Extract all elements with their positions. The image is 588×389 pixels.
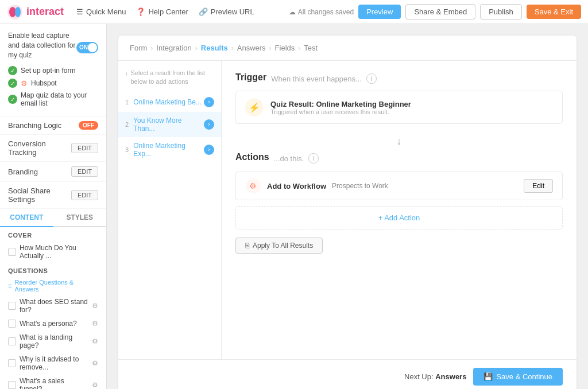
save-icon: 💾 — [483, 372, 493, 381]
result-name-2: Online Marketing Exp... — [133, 142, 202, 158]
toggle-off-label: OFF — [83, 122, 94, 129]
trigger-subtitle: When this event happens... — [271, 75, 362, 83]
result-expand-2[interactable]: › — [204, 145, 214, 155]
tab-content[interactable]: CONTENT — [0, 209, 53, 227]
social-share-row: Social Share Settings EDIT — [0, 182, 106, 209]
save-exit-button[interactable]: Save & Exit — [527, 5, 581, 19]
lead-capture-text: Enable lead capture and data collection … — [8, 31, 76, 60]
save-continue-btn[interactable]: 💾 Save & Continue — [473, 368, 563, 386]
actions-info-icon[interactable]: i — [308, 153, 319, 164]
logo-icon — [7, 4, 23, 20]
conversion-tracking-edit[interactable]: EDIT — [71, 143, 98, 153]
share-embed-button[interactable]: Share & Embed — [405, 4, 475, 20]
result-expand-1[interactable]: › — [204, 119, 214, 130]
result-name-0: Online Marketing Be... — [133, 98, 202, 106]
down-arrow-icon: ↓ — [125, 69, 129, 77]
question-item-3[interactable]: Why is it advised to remove... ⚙ — [0, 352, 106, 374]
tab-form[interactable]: Form — [130, 44, 147, 52]
checklist-item-optin: Set up opt-in form — [8, 64, 98, 77]
q-icon-2 — [8, 337, 16, 345]
preview-url-nav[interactable]: 🔗 Preview URL — [199, 7, 254, 16]
nav-right: ☁ All changes saved Preview Share & Embe… — [289, 4, 581, 20]
result-item-0[interactable]: 1 Online Marketing Be... › — [118, 92, 221, 112]
publish-button[interactable]: Publish — [480, 4, 522, 20]
actions-title: Actions — [235, 152, 269, 162]
tab-test[interactable]: Test — [304, 44, 318, 52]
action-item-0: ⚙ Add to Workflow Prospects to Work Edit — [235, 172, 563, 200]
svg-point-2 — [15, 7, 21, 17]
result-item-2[interactable]: 3 Online Marketing Exp... › — [118, 137, 221, 162]
trigger-label: Quiz Result: Online Marketing Beginner — [270, 100, 411, 108]
q-icon-4 — [8, 381, 16, 389]
tab-answers[interactable]: Answers — [237, 44, 266, 52]
actions-subtitle: ...do this. — [274, 154, 304, 163]
gear-icon-1[interactable]: ⚙ — [92, 320, 98, 328]
result-num-0: 1 — [125, 99, 129, 106]
question-item-1[interactable]: What's a persona? ⚙ — [0, 317, 106, 330]
saved-status: ☁ All changes saved — [289, 8, 354, 16]
nav-items: ☰ Quick Menu ❓ Help Center 🔗 Preview URL — [76, 7, 282, 16]
help-center-nav[interactable]: ❓ Help Center — [136, 7, 188, 16]
copy-icon: ⎘ — [245, 242, 249, 250]
cover-item[interactable]: How Much Do You Actually ... — [0, 241, 106, 263]
lead-capture-toggle[interactable]: ON — [76, 42, 98, 53]
svg-text:⚙: ⚙ — [249, 181, 257, 190]
down-arrow-divider: ↓ — [235, 135, 563, 147]
actions-title-row: Actions ...do this. i — [235, 152, 563, 165]
actions-panel: Trigger When this event happens... i ⚡ Q… — [222, 61, 577, 359]
logo: interact — [7, 4, 64, 20]
checklist-item-hubspot: ⚙ Hubspot — [8, 77, 98, 90]
quick-menu-nav[interactable]: ☰ Quick Menu — [76, 7, 126, 16]
add-action-row[interactable]: + Add Action — [235, 206, 563, 229]
arrow-4: › — [269, 44, 272, 52]
main-card: Form › Integration › Results › Answers ›… — [118, 36, 577, 389]
apply-all-btn[interactable]: ⎘ Apply To All Results — [235, 238, 323, 254]
reorder-row[interactable]: ≡ Reorder Questions & Answers — [0, 277, 106, 295]
sidebar: Enable lead capture and data collection … — [0, 24, 107, 389]
logo-text: interact — [26, 6, 64, 18]
sidebar-tabs: CONTENT STYLES — [0, 209, 106, 227]
tab-integration[interactable]: Integration — [156, 44, 191, 52]
q-icon-1 — [8, 320, 16, 328]
tab-fields[interactable]: Fields — [275, 44, 295, 52]
question-item-4[interactable]: What's a sales funnel? ⚙ — [0, 374, 106, 389]
result-expand-0[interactable]: › — [204, 97, 214, 107]
conversion-tracking-label: Conversion Tracking — [8, 139, 71, 157]
arrow-5: › — [298, 44, 300, 52]
branching-logic-row: Branching Logic OFF — [0, 116, 106, 135]
branding-row: Branding EDIT — [0, 162, 106, 182]
bottom-bar: Next Up: Answers 💾 Save & Continue — [118, 359, 577, 389]
q-icon-0 — [8, 302, 16, 310]
arrow-2: › — [195, 44, 198, 52]
result-name-1: You Know More Than... — [133, 116, 202, 133]
question-item-2[interactable]: What is a landing page? ⚙ — [0, 330, 106, 352]
action-edit-btn-0[interactable]: Edit — [524, 179, 553, 193]
branding-label: Branding — [8, 168, 38, 176]
action-name-0: Add to Workflow — [267, 182, 326, 190]
social-share-edit[interactable]: EDIT — [71, 190, 98, 200]
questions-header: QUESTIONS — [0, 263, 106, 277]
gear-icon-4[interactable]: ⚙ — [92, 381, 98, 389]
next-up-text: Next Up: Answers — [404, 372, 466, 381]
lightning-icon: ⚡ — [245, 98, 264, 116]
main-layout: Enable lead capture and data collection … — [0, 24, 588, 389]
trigger-title: Trigger — [235, 72, 266, 83]
cover-item-icon — [8, 248, 16, 256]
preview-button[interactable]: Preview — [358, 5, 401, 19]
result-item-1[interactable]: 2 You Know More Than... › — [118, 112, 221, 137]
trigger-card: ⚡ Quiz Result: Online Marketing Beginner… — [235, 91, 563, 124]
trigger-info-icon[interactable]: i — [366, 73, 377, 84]
gear-icon-3[interactable]: ⚙ — [92, 359, 98, 367]
gear-icon-0[interactable]: ⚙ — [92, 302, 98, 310]
lead-capture-toggle-row: Enable lead capture and data collection … — [8, 31, 98, 64]
question-item-0[interactable]: What does SEO stand for? ⚙ — [0, 295, 106, 317]
tab-results[interactable]: Results — [201, 44, 228, 52]
tab-styles[interactable]: STYLES — [53, 209, 107, 226]
conversion-tracking-row: Conversion Tracking EDIT — [0, 135, 106, 162]
gear-icon-2[interactable]: ⚙ — [92, 337, 98, 345]
branching-logic-toggle[interactable]: OFF — [79, 121, 98, 130]
branding-edit[interactable]: EDIT — [71, 166, 98, 177]
result-num-2: 3 — [125, 146, 129, 153]
arrow-3: › — [231, 44, 234, 52]
lead-capture-section: Enable lead capture and data collection … — [0, 24, 106, 116]
